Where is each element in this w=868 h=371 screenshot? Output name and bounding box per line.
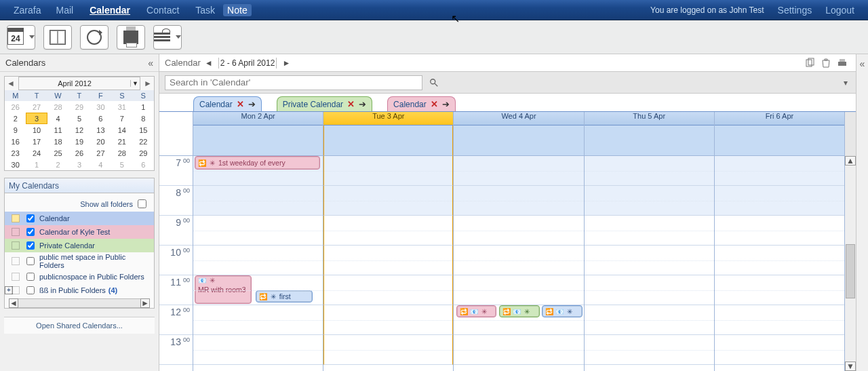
time-slot[interactable] (715, 335, 844, 365)
tab-calendar-blue[interactable]: Calendar ✕ ➔ (193, 96, 262, 111)
event-item[interactable] (542, 305, 582, 317)
time-slot[interactable] (585, 305, 714, 335)
date-cell[interactable]: 13 (90, 124, 111, 136)
time-slot[interactable] (715, 305, 844, 335)
close-icon[interactable]: ✕ (347, 99, 355, 109)
time-slot[interactable] (193, 305, 323, 335)
scroll-track[interactable] (845, 165, 856, 362)
nav-task[interactable]: Task (187, 5, 223, 16)
time-slot[interactable] (715, 216, 844, 246)
vertical-scrollbar[interactable]: ▲ ▼ (845, 112, 856, 371)
date-cell[interactable]: 1 (26, 159, 47, 170)
date-cell[interactable]: 16 (5, 136, 26, 147)
date-cell[interactable]: 28 (111, 147, 132, 159)
date-cell[interactable]: 30 (5, 159, 26, 170)
time-slot[interactable] (715, 275, 844, 305)
time-slot[interactable] (454, 246, 583, 275)
nav-note[interactable]: Note (223, 4, 252, 16)
event-item[interactable]: 1st weekday of every (195, 156, 320, 170)
date-cell[interactable]: 1 (133, 101, 154, 113)
right-collapse-icon[interactable]: « (860, 58, 865, 69)
date-cell[interactable]: 5 (68, 113, 90, 124)
calendar-checkbox[interactable] (26, 286, 35, 294)
time-slot[interactable] (193, 335, 323, 365)
sidebar-hscroll[interactable]: ◄ ► (9, 298, 150, 308)
date-cell[interactable]: 5 (111, 159, 132, 170)
time-slot[interactable] (323, 335, 453, 365)
date-cell[interactable]: 2 (47, 159, 68, 170)
calendar-checkbox[interactable] (26, 214, 35, 222)
day-header[interactable]: Wed 4 Apr (454, 112, 583, 125)
date-cell[interactable]: 18 (47, 136, 68, 147)
date-cell[interactable]: 29 (133, 147, 154, 159)
logout-link[interactable]: Logout (818, 5, 861, 16)
view-button[interactable] (153, 25, 182, 50)
time-slot[interactable] (585, 246, 714, 275)
show-all-folders[interactable]: Show all folders (5, 193, 154, 212)
date-cell[interactable]: 3 (68, 159, 90, 170)
next-range-button[interactable]: ► (278, 58, 294, 68)
next-month-button[interactable]: ► (142, 79, 154, 88)
date-cell[interactable]: 26 (5, 101, 26, 113)
time-slot[interactable] (193, 186, 323, 216)
date-cell[interactable]: 26 (68, 147, 90, 159)
scroll-left-icon[interactable]: ◄ (9, 298, 18, 308)
date-cell[interactable]: 22 (133, 136, 154, 147)
allday-area[interactable] (715, 125, 844, 156)
time-slot[interactable] (715, 186, 844, 216)
close-icon[interactable]: ✕ (431, 99, 438, 109)
arrow-right-icon[interactable]: ➔ (248, 99, 256, 109)
print-button[interactable] (117, 25, 145, 50)
date-cell[interactable]: 2 (5, 113, 26, 124)
new-appointment-button[interactable] (7, 25, 35, 50)
date-cell[interactable]: 27 (26, 101, 47, 113)
delete-icon[interactable] (821, 58, 831, 69)
time-slot[interactable] (454, 186, 583, 216)
event-item[interactable]: first (256, 290, 313, 302)
calendar-row[interactable]: Calendar of Kyle Test (5, 225, 154, 239)
date-cell[interactable]: 4 (47, 113, 68, 124)
tab-calendar-green[interactable]: Private Calendar ✕ ➔ (277, 96, 372, 111)
calendar-row[interactable]: publicnospace in Public Folders (5, 270, 154, 284)
day-header[interactable]: Tue 3 Apr (323, 112, 453, 125)
calendar-checkbox[interactable] (26, 228, 35, 236)
calendar-row[interactable]: public met space in Public Folders (5, 252, 154, 270)
arrow-right-icon[interactable]: ➔ (359, 99, 366, 109)
date-cell[interactable]: 24 (26, 147, 47, 159)
date-cell[interactable]: 14 (111, 124, 132, 136)
copy-icon[interactable] (804, 58, 815, 69)
arrow-right-icon[interactable]: ➔ (442, 99, 450, 109)
close-icon[interactable]: ✕ (237, 99, 244, 109)
allday-area[interactable] (323, 125, 453, 156)
chevron-down-icon[interactable]: ▾ (844, 78, 848, 87)
time-slot[interactable] (323, 186, 453, 216)
date-cell[interactable]: 12 (68, 124, 90, 136)
date-cell[interactable]: 29 (68, 101, 90, 113)
time-slot[interactable] (585, 156, 714, 186)
date-cell[interactable]: 20 (90, 136, 111, 147)
time-slot[interactable] (193, 216, 323, 246)
date-cell[interactable]: 10 (26, 124, 47, 136)
open-shared-calendars[interactable]: Open Shared Calendars... (4, 317, 155, 334)
date-cell[interactable]: 9 (5, 124, 26, 136)
time-slot[interactable] (715, 246, 844, 275)
search-icon[interactable] (427, 75, 441, 90)
time-slot[interactable] (585, 186, 714, 216)
time-slot[interactable] (454, 275, 583, 305)
allday-area[interactable] (193, 125, 323, 156)
day-header[interactable]: Mon 2 Apr (193, 112, 323, 125)
date-cell[interactable]: 4 (90, 159, 111, 170)
calendar-row[interactable]: Calendar (5, 212, 154, 225)
event-item[interactable]: MR with room3 (195, 275, 252, 304)
time-slot[interactable]: 1st weekday of every (193, 156, 323, 186)
prev-range-button[interactable]: ◄ (201, 58, 217, 68)
nav-mail[interactable]: Mail (47, 5, 81, 16)
prev-month-button[interactable]: ◄ (5, 79, 17, 88)
sidebar-collapse-icon[interactable]: « (148, 58, 153, 69)
month-select[interactable]: April 2012 ▼ (18, 77, 140, 90)
event-item[interactable] (499, 305, 539, 317)
address-book-button[interactable] (43, 25, 72, 50)
scroll-down-icon[interactable]: ▼ (845, 362, 856, 371)
time-slot[interactable] (323, 156, 453, 186)
calendar-row[interactable]: Private Calendar (5, 239, 154, 252)
